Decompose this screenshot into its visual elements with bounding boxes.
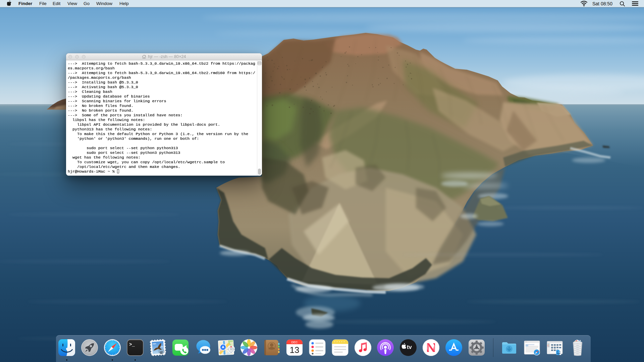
svg-text:>_: >_ (129, 342, 135, 347)
svg-text:3D: 3D (230, 348, 233, 351)
svg-text:DEC: DEC (291, 341, 298, 344)
svg-text:tv: tv (407, 344, 412, 350)
svg-text:13: 13 (289, 345, 299, 355)
